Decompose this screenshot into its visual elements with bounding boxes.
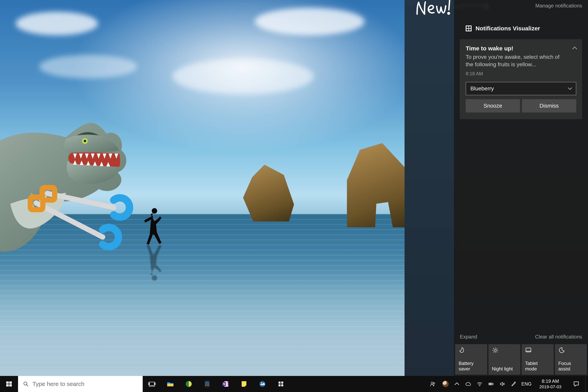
quick-action-label: Tablet mode [525, 361, 550, 372]
sticky-note-icon [240, 380, 248, 388]
calculator-button[interactable] [198, 376, 216, 392]
taskbar-search[interactable] [18, 376, 143, 392]
desktop-wallpaper[interactable] [0, 0, 404, 376]
sticky-notes-button[interactable] [235, 376, 253, 392]
svg-rect-24 [9, 384, 12, 386]
cloud-decoration [172, 59, 314, 94]
volume-mute-icon [500, 381, 505, 387]
taskbar-time: 8:19 AM [542, 378, 559, 384]
pen-tray-button[interactable] [508, 376, 520, 392]
svg-text:N: N [223, 382, 225, 386]
rock-decoration [347, 143, 404, 227]
rock-decoration [243, 165, 294, 222]
expand-quick-actions-link[interactable]: Expand [460, 334, 477, 340]
file-explorer-button[interactable] [161, 376, 180, 392]
notification-select[interactable]: Blueberry [466, 82, 576, 95]
onenote-button[interactable]: N [216, 376, 235, 392]
svg-rect-42 [228, 381, 228, 383]
avatar-icon [442, 381, 449, 387]
people-icon [430, 381, 436, 387]
notification-body: To prove you're awake, select which of t… [466, 53, 568, 68]
quick-action-battery-saver[interactable]: Battery saver [455, 344, 487, 375]
tray-overflow-button[interactable] [451, 376, 462, 392]
search-input[interactable] [32, 381, 138, 387]
svg-point-48 [261, 382, 262, 384]
svg-line-16 [497, 352, 497, 352]
taskbar-pinned-apps: N [143, 376, 290, 392]
photos-button[interactable] [253, 376, 272, 392]
svg-point-55 [479, 386, 480, 386]
onenote-icon: N [222, 380, 230, 388]
pinned-app-grid-button[interactable] [272, 376, 290, 392]
taskbar: N [0, 376, 588, 392]
quick-actions-row: Battery saver Night light Tablet mode [454, 344, 588, 376]
input-language-label: ENG [521, 381, 532, 387]
quick-action-night-light[interactable]: Night light [488, 344, 520, 375]
svg-rect-39 [207, 385, 208, 386]
wifi-tray-button[interactable] [474, 376, 485, 392]
dinosaur-decoration [0, 74, 153, 266]
beach-decoration [0, 270, 404, 376]
action-center-icon [573, 381, 580, 387]
collapse-notification-button[interactable] [572, 45, 578, 51]
cloud-decoration [16, 12, 98, 35]
quick-action-label: Focus assist [558, 361, 584, 372]
svg-point-53 [431, 382, 433, 384]
notification-card: Time to wake up! To prove you're awake, … [460, 39, 582, 119]
svg-rect-27 [149, 382, 155, 386]
svg-line-17 [493, 352, 494, 352]
quick-action-tablet-mode[interactable]: Tablet mode [522, 344, 554, 375]
svg-rect-44 [228, 385, 228, 387]
svg-rect-52 [281, 384, 283, 386]
dismiss-button[interactable]: Dismiss [522, 99, 576, 112]
svg-rect-50 [281, 382, 283, 384]
notification-app-header[interactable]: Notifications Visualizer [466, 25, 540, 32]
start-button[interactable] [0, 376, 18, 392]
leaf-icon [459, 347, 465, 354]
svg-rect-58 [489, 384, 492, 384]
task-view-icon [148, 380, 156, 388]
clear-all-notifications-link[interactable]: Clear all notifications [535, 334, 582, 340]
notification-time: 8:18 AM [466, 71, 576, 76]
svg-rect-51 [278, 384, 280, 386]
notification-title: Time to wake up! [466, 45, 576, 52]
show-desktop-button[interactable] [585, 376, 588, 392]
quick-action-focus-assist[interactable]: Focus assist [555, 344, 587, 375]
volume-tray-button[interactable] [497, 376, 508, 392]
svg-rect-36 [207, 384, 208, 384]
task-view-button[interactable] [143, 376, 161, 392]
svg-rect-35 [206, 384, 206, 384]
input-language-button[interactable]: ENG [520, 376, 534, 392]
action-center-panel: Manage notifications Notifications Visua… [454, 0, 588, 376]
svg-rect-21 [6, 382, 9, 384]
photos-icon [258, 380, 266, 388]
svg-point-1 [152, 275, 157, 281]
battery-tray-button[interactable] [485, 376, 497, 392]
taskbar-clock[interactable]: 8:19 AM 2019-07-03 [534, 376, 567, 392]
chevron-up-icon [454, 381, 460, 387]
svg-rect-22 [9, 382, 12, 384]
battery-icon [488, 381, 494, 387]
taskbar-date: 2019-07-03 [540, 384, 562, 390]
svg-point-54 [433, 382, 435, 384]
action-center-button[interactable] [567, 376, 585, 392]
chevron-down-icon [567, 86, 573, 91]
wifi-icon [477, 381, 482, 387]
svg-rect-37 [208, 384, 209, 384]
snooze-button[interactable]: Snooze [466, 99, 520, 112]
pinned-app-button[interactable] [180, 376, 198, 392]
svg-line-15 [493, 348, 494, 349]
onedrive-tray-button[interactable] [462, 376, 474, 392]
quick-action-label: Night light [492, 366, 517, 372]
manage-notifications-link[interactable]: Manage notifications [536, 3, 582, 8]
meet-now-button[interactable] [440, 376, 451, 392]
system-tray: ENG 8:19 AM 2019-07-03 [426, 376, 588, 392]
svg-line-26 [26, 384, 28, 386]
people-button[interactable] [426, 376, 440, 392]
svg-rect-19 [526, 348, 531, 352]
cloud-icon [465, 381, 471, 387]
moon-icon [558, 347, 565, 354]
app-tile-icon [466, 26, 472, 31]
cloud-decoration [255, 8, 364, 35]
grid-app-icon [277, 380, 285, 388]
